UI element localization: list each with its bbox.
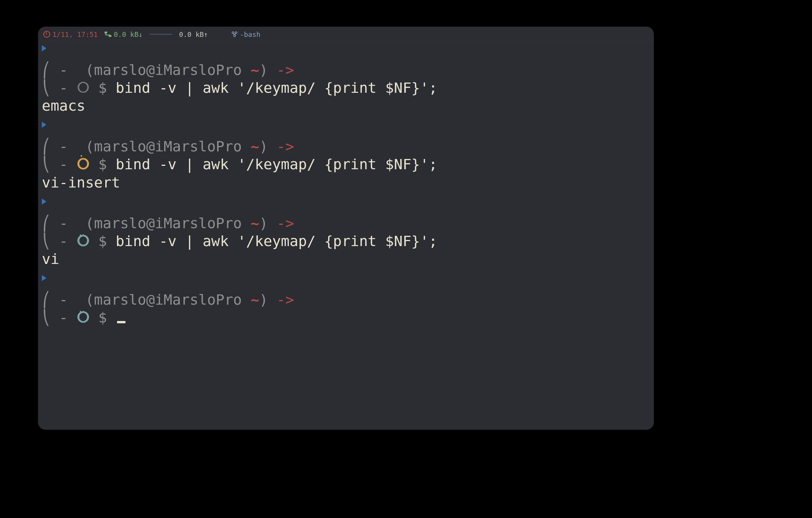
prompt-chevron-icon (42, 275, 46, 281)
prompt-bracket-bot: ⎝ - (42, 79, 77, 96)
svg-point-2 (232, 32, 234, 34)
prompt-tilde: ~ (251, 291, 259, 308)
prompt-open-paren: ( (85, 138, 94, 155)
prompt-line-1: ⎛ - (marslo@iMarsloPro ~) -> (42, 138, 650, 156)
prompt-dollar: $ (90, 233, 116, 249)
terminal-window[interactable]: 1/11, 17:51 0.0 kB↓ 0.0 kB↑ (38, 27, 654, 430)
prompt-bracket-top: ⎛ - (42, 62, 68, 78)
titlebar-date: 1/11, 17:51 (52, 30, 98, 38)
prompt-tilde: ~ (251, 215, 259, 232)
terminal-body[interactable]: ⎛ - (marslo@iMarsloPro ~) ->⎝ - ⵔ $ bind… (38, 41, 654, 336)
prompt-userhost: marslo@iMarsloPro (94, 291, 242, 308)
prompt-arrow: -> (277, 62, 294, 78)
titlebar-net-down: 0.0 kB↓ (105, 30, 143, 38)
prompt-open-paren: ( (85, 215, 94, 232)
prompt-dollar: $ (90, 156, 116, 173)
mode-chest-icon: ⵔ‥ (77, 232, 90, 250)
prompt-dollar: $ (90, 79, 116, 96)
mode-chest-icon: ⵔ (77, 79, 90, 97)
mode-chest-icon: ⵔ‥ (77, 309, 90, 327)
titlebar-net-up: 0.0 kB↑ (179, 30, 208, 38)
titlebar-process: -bash (232, 30, 260, 38)
prompt-bracket-top: ⎛ - (42, 291, 68, 308)
prompt-userhost: marslo@iMarsloPro (94, 215, 242, 232)
prompt-close-paren: ) (259, 62, 268, 78)
prompt-line-2[interactable]: ⎝ - ⵔ‥ $ bind -v | awk '/keymap/ {print … (42, 232, 650, 250)
tree-icon (232, 31, 238, 37)
titlebar-clock: 1/11, 17:51 (43, 30, 98, 38)
prompt-dollar: $ (90, 309, 116, 326)
process-name: -bash (240, 30, 260, 38)
prompt-close-paren: ) (259, 138, 268, 155)
prompt-bracket-bot: ⎝ - (42, 309, 77, 326)
prompt-userhost: marslo@iMarsloPro (94, 138, 242, 155)
command-text[interactable]: bind -v | awk '/keymap/ {print $NF}'; (116, 156, 437, 173)
command-output: vi-insert (42, 174, 650, 192)
prompt-arrow: -> (277, 291, 294, 308)
prompt-bracket-bot: ⎝ - (42, 233, 77, 249)
prompt-bracket-bot: ⎝ - (42, 156, 77, 173)
prompt-line-2[interactable]: ⎝ - ⵔ $ bind -v | awk '/keymap/ {print $… (42, 79, 650, 97)
prompt-line-1: ⎛ - (marslo@iMarsloPro ~) -> (42, 61, 650, 79)
prompt-chevron-icon (42, 199, 46, 205)
prompt-line-2[interactable]: ⎝ - ⵔ· $ bind -v | awk '/keymap/ {print … (42, 156, 650, 173)
cursor (117, 321, 125, 323)
command-output: emacs (42, 97, 650, 115)
network-icon (105, 32, 111, 37)
command-text[interactable]: bind -v | awk '/keymap/ {print $NF}'; (116, 233, 437, 249)
prompt-bracket-top: ⎛ - (42, 215, 68, 232)
prompt-line-1: ⎛ - (marslo@iMarsloPro ~) -> (42, 215, 650, 232)
prompt-arrow: -> (277, 215, 294, 232)
clock-icon (43, 31, 50, 38)
svg-point-4 (233, 35, 235, 37)
command-text[interactable]: bind -v | awk '/keymap/ {print $NF}'; (116, 79, 437, 96)
prompt-line-1: ⎛ - (marslo@iMarsloPro ~) -> (42, 291, 650, 309)
prompt-tilde: ~ (251, 62, 259, 78)
prompt-bracket-top: ⎛ - (42, 138, 68, 155)
prompt-close-paren: ) (259, 215, 268, 232)
command-output: vi (42, 250, 650, 268)
prompt-chevron-icon (42, 45, 46, 51)
prompt-open-paren: ( (85, 291, 94, 308)
prompt-userhost: marslo@iMarsloPro (94, 62, 242, 78)
net-down-value: 0.0 kB↓ (114, 30, 143, 38)
mode-chest-icon: ⵔ· (77, 156, 90, 173)
svg-rect-0 (105, 32, 107, 33)
titlebar-divider (149, 34, 172, 35)
terminal-titlebar: 1/11, 17:51 0.0 kB↓ 0.0 kB↑ (38, 27, 654, 41)
prompt-close-paren: ) (259, 291, 268, 308)
prompt-arrow: -> (277, 138, 294, 155)
prompt-tilde: ~ (251, 138, 259, 155)
net-up-value: 0.0 kB↑ (179, 30, 208, 38)
prompt-line-2[interactable]: ⎝ - ⵔ‥ $ (42, 309, 650, 327)
prompt-open-paren: ( (85, 62, 94, 78)
prompt-chevron-icon (42, 122, 46, 128)
